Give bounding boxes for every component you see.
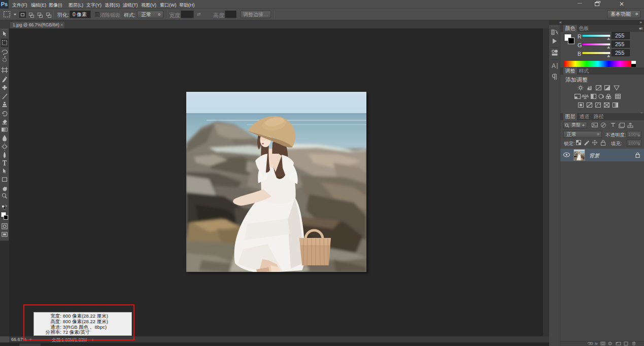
svg-text:fx: fx (595, 342, 598, 345)
svg-text:A: A (552, 62, 556, 70)
